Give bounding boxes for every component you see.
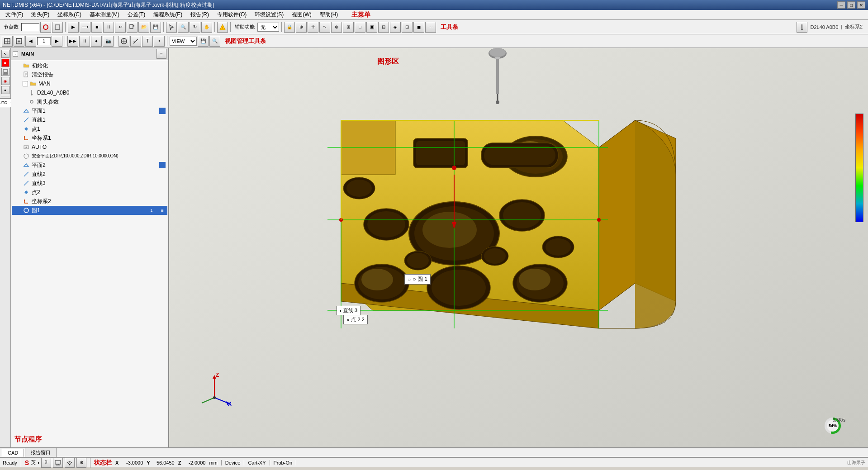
page-input[interactable] <box>37 37 51 45</box>
tb-top-btn[interactable]: ⊟ <box>378 22 389 33</box>
tb-pan-btn[interactable]: ✋ <box>201 22 212 33</box>
menu-report[interactable]: 报告(R) <box>187 10 213 19</box>
lt-report-icon[interactable]: ◉ <box>1 77 9 85</box>
tree-item-coord2[interactable]: 坐标系2 <box>12 197 167 206</box>
svg-marker-30 <box>24 109 28 112</box>
tb-zoom-all-btn[interactable]: ⊞ <box>343 22 354 33</box>
menu-help[interactable]: 帮助(H) <box>316 10 342 19</box>
tb-arrow-btn[interactable]: ↖ <box>319 22 330 33</box>
lt-stop-icon[interactable]: ■ <box>1 59 9 67</box>
node-count-input[interactable] <box>21 23 39 31</box>
tb-save-btn[interactable]: 💾 <box>150 22 161 33</box>
tb2-view-save-btn[interactable]: 💾 <box>198 36 209 47</box>
tree-expand-man[interactable]: - <box>23 81 28 86</box>
tree-item-plane1[interactable]: 平面1 <box>12 106 167 115</box>
left-container: ↖ ■ ◉ ● AUTO MAN - MAIN ≡ <box>0 48 169 447</box>
tb-front-btn[interactable]: □ <box>355 22 365 33</box>
tree-item-line1[interactable]: 直线1 <box>12 115 167 124</box>
tb-zoom-in-btn[interactable]: ⊕ <box>331 22 342 33</box>
tb-stop-btn[interactable]: ■ <box>91 22 102 33</box>
tb2-view-icon[interactable] <box>2 36 13 47</box>
tree-item-circle1[interactable]: 圆1 1 ≡ <box>12 206 167 215</box>
svg-point-119 <box>69 464 71 465</box>
tb2-snap-btn[interactable]: 📷 <box>103 36 114 47</box>
tree-item-safety[interactable]: 安全平面(ZDIR,10.0000,ZDIR,10.0000,ON) <box>12 152 167 161</box>
tb-new-btn[interactable] <box>127 22 138 33</box>
menu-env[interactable]: 环境设置(S) <box>251 10 287 19</box>
tb2-rec-btn[interactable]: ● <box>91 36 102 47</box>
menu-tolerance[interactable]: 公差(T) <box>124 10 149 19</box>
tree-item-plane2[interactable]: 平面2 <box>12 161 167 170</box>
tb-probe-icon[interactable] <box>797 22 807 33</box>
tb-btn-2[interactable] <box>52 22 63 33</box>
tb-reset-btn[interactable]: ↩ <box>115 22 126 33</box>
menu-special[interactable]: 专用软件(O) <box>213 10 250 19</box>
view-select[interactable]: VIEW TOP FRONT RIGHT <box>170 37 197 46</box>
tb-pause-btn[interactable]: ⏸ <box>103 22 114 33</box>
tree-item-clear[interactable]: 清空报告 <box>12 70 167 79</box>
tb2-text-btn[interactable]: T <box>142 36 153 47</box>
menu-program[interactable]: 编程系统(E) <box>150 10 186 19</box>
coord-z-group: Z -2.0000 <box>178 460 206 465</box>
status-mic-btn[interactable]: 🎙 <box>41 458 51 468</box>
tree-item-line3[interactable]: 直线3 <box>12 179 167 188</box>
lt-pointer-icon[interactable]: ↖ <box>1 50 9 58</box>
tb-lock-btn[interactable]: 🔒 <box>284 22 295 33</box>
tb-rotate-btn[interactable]: ↻ <box>190 22 200 33</box>
tb2-search-btn[interactable]: 🔍 <box>209 36 220 47</box>
tree-item-man[interactable]: - MAN <box>12 79 167 88</box>
tree-header-btn[interactable]: ≡ <box>157 49 166 59</box>
tb-side-btn[interactable]: ▣ <box>366 22 377 33</box>
tb2-point-btn[interactable]: • <box>154 36 165 47</box>
tree-item-probe-config[interactable]: D2L40_A0B0 <box>12 88 167 97</box>
minimize-button[interactable]: ─ <box>837 1 845 9</box>
tb2-measure-btn[interactable] <box>130 36 141 47</box>
tree-item-coord1[interactable]: 坐标系1 <box>12 133 167 142</box>
menu-view[interactable]: 视图(W) <box>288 10 315 19</box>
tb-open-btn[interactable]: 📂 <box>138 22 149 33</box>
tb2-pause2-btn[interactable]: ⏸ <box>79 36 90 47</box>
menu-measure[interactable]: 基本测量(M) <box>86 10 123 19</box>
tb-warning-btn[interactable]: ! <box>217 22 228 33</box>
status-settings-btn[interactable]: ⚙ <box>76 458 86 468</box>
tb-3d-btn[interactable]: ◈ <box>390 22 401 33</box>
auxiliary-select[interactable]: 无 手动 <box>257 23 279 32</box>
tb-btn-1[interactable] <box>40 22 51 33</box>
tb-more-btn[interactable]: ⋯ <box>425 22 436 33</box>
tb2-prev-page-btn[interactable]: ◀ <box>25 36 36 47</box>
restore-button[interactable]: □ <box>847 1 855 9</box>
tb-run-btn[interactable]: ▶ <box>68 22 79 33</box>
tree-item-init[interactable]: 初始化 <box>12 61 167 70</box>
tb2-play-btn[interactable]: ▶▶ <box>67 36 78 47</box>
tb-zoom-btn[interactable]: 🔍 <box>178 22 189 33</box>
tree-item-point1[interactable]: 点1 <box>12 124 167 133</box>
tb2-next-page-btn[interactable]: ▶ <box>52 36 62 47</box>
tb-solid-btn[interactable]: ◼ <box>413 22 424 33</box>
title-controls[interactable]: ─ □ ✕ <box>837 1 865 9</box>
tree-item-point2[interactable]: 点2 <box>12 188 167 197</box>
menu-probe[interactable]: 测头(P) <box>28 10 53 19</box>
tb2-save-view-btn[interactable] <box>14 36 24 47</box>
close-button[interactable]: ✕ <box>857 1 865 9</box>
tree-item-line2[interactable]: 直线2 <box>12 170 167 179</box>
tb-step-btn[interactable]: ⟶ <box>80 22 90 33</box>
lt-probe-icon[interactable]: ● <box>1 86 9 94</box>
tree-expand-main[interactable]: - <box>13 51 18 57</box>
tab-report[interactable]: 报告窗口 <box>25 448 57 457</box>
tree-item-settings[interactable]: ≡ <box>157 205 167 215</box>
tb2-feature-btn[interactable] <box>119 36 129 47</box>
status-monitor-btn[interactable] <box>53 458 63 468</box>
menu-file[interactable]: 文件(F) <box>2 10 27 19</box>
tb-globe-btn[interactable]: ⊕ <box>296 22 307 33</box>
viewport[interactable]: 图形区 ○ ○ 圆 1 • 直线 3 × 点 2 2 Z <box>169 48 868 447</box>
lt-save-icon[interactable] <box>1 68 9 76</box>
status-wifi-btn[interactable] <box>65 458 75 468</box>
tb-wire-btn[interactable]: ⊡ <box>402 22 413 33</box>
tree-item-auto[interactable]: A AUTO <box>12 142 167 152</box>
tree-item-probe-params[interactable]: 测头参数 <box>12 97 167 106</box>
tb-select-btn[interactable] <box>166 22 177 33</box>
tab-cad[interactable]: CAD <box>2 449 24 457</box>
menu-coords[interactable]: 坐标系(C) <box>54 10 85 19</box>
svg-rect-68 <box>416 141 465 165</box>
tb-cross-btn[interactable]: ✛ <box>308 22 318 33</box>
